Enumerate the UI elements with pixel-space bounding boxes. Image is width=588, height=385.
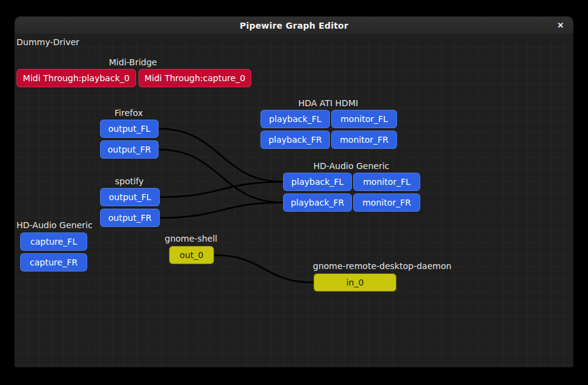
port-hdaudio-monitor-fl[interactable]: monitor_FL bbox=[353, 173, 420, 191]
node-title-gnome-remote-desktop-daemon: gnome-remote-desktop-daemon bbox=[313, 261, 451, 271]
port-firefox-output-fr[interactable]: output_FR bbox=[100, 140, 159, 159]
node-title-dummy-driver: Dummy-Driver bbox=[16, 37, 79, 47]
graph-canvas[interactable]: Dummy-DriverMidi-BridgeMidi Through:play… bbox=[15, 35, 573, 367]
node-title-spotify: spotify bbox=[115, 176, 143, 186]
wire-spotify-fr-to-playback-fr[interactable] bbox=[160, 203, 283, 218]
port-hdaudio-playback-fl[interactable]: playback_FL bbox=[283, 173, 352, 191]
port-midi-through-capture-0[interactable]: Midi Through:capture_0 bbox=[138, 69, 251, 87]
port-hdaudio-capture-fl[interactable]: capture_FL bbox=[20, 232, 87, 251]
titlebar[interactable]: Pipewire Graph Editor ✕ bbox=[15, 16, 573, 35]
close-icon[interactable]: ✕ bbox=[554, 19, 567, 32]
node-title-gnome-shell: gnome-shell bbox=[165, 234, 217, 243]
app-window: Pipewire Graph Editor ✕ Dummy-DriverMidi… bbox=[15, 16, 573, 367]
port-hdaudio-monitor-fr[interactable]: monitor_FR bbox=[353, 193, 420, 212]
port-hdmi-playback-fl[interactable]: playback_FL bbox=[260, 110, 330, 128]
port-hdaudio-capture-fr[interactable]: capture_FR bbox=[20, 253, 87, 272]
port-midi-through-playback-0[interactable]: Midi Through:playback_0 bbox=[16, 69, 136, 87]
node-title-midi-bridge: Midi-Bridge bbox=[109, 57, 157, 67]
port-gnome-shell-out-0[interactable]: out_0 bbox=[169, 246, 214, 264]
node-title-hda-ati-hdmi: HDA ATI HDMI bbox=[298, 98, 358, 108]
node-title-hd-audio-generic-in: HD-Audio Generic bbox=[16, 220, 93, 230]
port-hdmi-monitor-fl[interactable]: monitor_FL bbox=[331, 110, 397, 128]
window-title: Pipewire Graph Editor bbox=[240, 21, 348, 31]
port-hdmi-playback-fr[interactable]: playback_FR bbox=[260, 131, 330, 149]
node-title-hd-audio-generic-out: HD-Audio Generic bbox=[314, 161, 390, 171]
port-hdmi-monitor-fr[interactable]: monitor_FR bbox=[331, 131, 397, 149]
wire-spotify-fl-to-playback-fl[interactable] bbox=[160, 182, 283, 197]
port-spotify-output-fr[interactable]: output_FR bbox=[100, 209, 160, 227]
port-hdaudio-playback-fr[interactable]: playback_FR bbox=[283, 193, 352, 212]
node-title-firefox: Firefox bbox=[115, 108, 143, 118]
port-grd-in-0[interactable]: in_0 bbox=[314, 273, 396, 292]
wire-firefox-fr-to-playback-fr[interactable] bbox=[159, 149, 283, 203]
desktop-background: Pipewire Graph Editor ✕ Dummy-DriverMidi… bbox=[0, 0, 588, 385]
port-spotify-output-fl[interactable]: output_FL bbox=[100, 188, 160, 206]
wire-gnome-shell-out-to-grd-in[interactable] bbox=[214, 255, 314, 282]
port-firefox-output-fl[interactable]: output_FL bbox=[100, 120, 159, 138]
